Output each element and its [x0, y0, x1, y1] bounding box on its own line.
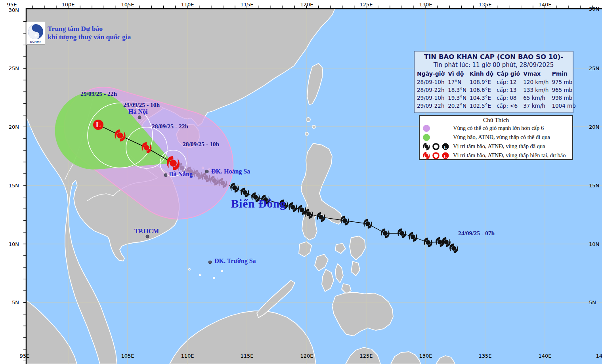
low-pressure-marker: L	[93, 120, 103, 130]
storm-bulletin-box: TIN BAO KHAN CAP (CON BAO SO 10)- Tin ph…	[414, 51, 573, 113]
table-column-header: Vĩ độ	[445, 70, 467, 78]
spratly-islet	[213, 277, 215, 279]
legend-item-icons: L	[420, 151, 453, 160]
bulletin-issued-time: Tin phát lúc: 11 giờ 00 phút, 28/09/2025	[415, 61, 573, 69]
spratly-islet	[199, 274, 201, 276]
city-label: Đà Nẵng	[169, 171, 193, 178]
table-column-header: Ngày-giờ	[415, 70, 445, 78]
axis-label-bottom: 110E	[181, 353, 194, 359]
table-cell: 28/09-22h	[415, 86, 445, 94]
low-glyph: L	[442, 152, 449, 159]
city-label: Hà Nội	[128, 108, 147, 115]
ring-now-icon	[432, 151, 440, 160]
axis-label-bottom: 140E	[538, 353, 551, 359]
legend-box: Chú Thích Vùng có thể có gió mạnh lớn hơ…	[419, 115, 573, 160]
axis-label-top: 140E	[538, 2, 551, 8]
ring-past-icon	[432, 142, 440, 151]
axis-label-bottom: 135E	[478, 353, 491, 359]
svg-text:L: L	[444, 145, 447, 150]
storm-now-icon	[422, 151, 431, 160]
axis-label-bottom: 95E	[20, 353, 30, 359]
table-cell: 20.2°N	[445, 102, 467, 110]
axis-label-top: 120E	[300, 2, 313, 8]
axis-label-left: 30N	[9, 7, 19, 13]
table-column-header: Kinh độ	[467, 70, 494, 78]
table-cell: 106.6°E	[467, 86, 494, 94]
legend-item: LVị trí tâm bão, ATNĐ, vùng thấp đã qua	[420, 142, 572, 151]
axis-label-right: 5N	[589, 299, 596, 305]
bulletin-title: TIN BAO KHAN CAP (CON BAO SO 10)-	[415, 53, 573, 61]
axis-label-right: 25N	[589, 65, 599, 71]
table-row: 29/09-10h19.3°N104.3°Ecấp: 0865 km/h998 …	[415, 94, 577, 102]
table-cell: 998 mb	[549, 94, 576, 102]
axis-label-top: 130E	[419, 2, 432, 8]
table-cell: 65 km/h	[521, 94, 549, 102]
legend-item-label: Vùng bão, ATNĐ, vùng thấp có thể đi qua	[453, 134, 550, 141]
date-label: 29/09/25 - 10h	[123, 101, 160, 109]
city-dot	[164, 173, 167, 177]
axis-label-right: 10N	[589, 241, 599, 247]
table-cell: 108.9°E	[467, 78, 494, 86]
table-cell: 17°N	[445, 78, 467, 86]
city-dot	[146, 235, 149, 238]
axis-label-top: 110E	[181, 2, 194, 8]
table-row: 28/09-22h18.3°N106.6°Ecấp: 13133 km/h965…	[415, 86, 577, 94]
axis-label-top: 100E	[61, 2, 75, 8]
table-header-row: Ngày-giờVĩ độKinh độCấp gióVmaxPmin	[415, 70, 577, 78]
nchmf-logo-emblem: NCHMF	[27, 22, 45, 44]
logo-text: NCHMF	[30, 40, 42, 44]
date-label: 28/09/25 - 22h	[152, 123, 188, 130]
storm-track-map: L NCHMF Trung tâm Dự báo khí tượng thuỷ …	[0, 0, 602, 364]
legend-item-icons	[420, 124, 453, 133]
low-glyph: L	[442, 143, 449, 150]
date-label: 28/09/25 - 10h	[183, 141, 219, 148]
legend-item-icons: L	[420, 142, 453, 151]
city-dot	[205, 170, 208, 173]
svg-text:L: L	[444, 154, 447, 159]
axis-label-right: 20N	[589, 124, 599, 130]
axis-label-top: 135E	[478, 2, 491, 8]
axis-label-bottom: 130E	[419, 353, 432, 359]
table-cell: cấp: 12	[494, 78, 521, 86]
table-column-header: Cấp gió	[494, 70, 521, 78]
city-dot	[138, 116, 141, 119]
legend-item-label: Vùng có thể có gió mạnh lớn hơn cấp 6	[453, 125, 544, 131]
axis-label-bottom: 125E	[359, 353, 373, 359]
spratly-islet	[189, 269, 190, 270]
axis-label-bottom: 120E	[300, 353, 313, 359]
city-label: ĐK. Trường Sa	[214, 257, 256, 265]
axis-label-top: 105E	[121, 2, 134, 8]
axis-label-left: 20N	[9, 124, 19, 130]
city-label: ĐK. Hoàng Sa	[211, 168, 250, 175]
storm-glyph	[423, 152, 430, 159]
axis-label-top: 125E	[359, 2, 373, 8]
table-cell: 965 mb	[549, 86, 576, 94]
axis-label-left: 25N	[9, 65, 19, 71]
legend-item-label: Vị trí tâm bão, ATNĐ, vùng thấp hiện tại…	[453, 152, 566, 159]
agency-title: Trung tâm Dự báo khí tượng thuỷ văn quốc…	[48, 25, 131, 41]
axis-label-left: 5N	[12, 299, 19, 305]
city-label: TP.HCM	[134, 228, 159, 235]
table-cell: cấp: 13	[494, 86, 521, 94]
table-cell: cấp: 08	[494, 94, 521, 102]
table-cell: 133 km/h	[521, 86, 549, 94]
city-dot	[208, 261, 212, 264]
axis-label-bottom: 105E	[121, 353, 134, 359]
table-column-header: Vmax	[521, 70, 549, 78]
storm-data-table: Ngày-giờVĩ độKinh độCấp gióVmaxPmin 28/0…	[415, 70, 577, 110]
axis-label-bottom: 115E	[240, 353, 253, 359]
table-cell: 29/09-22h	[415, 102, 445, 110]
table-cell: 28/09-10h	[415, 78, 445, 86]
svg-text:L: L	[96, 120, 101, 129]
low-past-icon: L	[441, 142, 450, 151]
axis-label-right: 30N	[589, 6, 599, 12]
zone-green-icon	[422, 133, 431, 142]
table-cell: 29/09-10h	[415, 94, 445, 102]
table-column-header: Pmin	[549, 70, 576, 78]
table-cell: 1004 mb	[549, 102, 576, 110]
table-cell: 18.3°N	[445, 86, 467, 94]
table-row: 29/09-22h20.2°N102.5°Ecấp: <637 km/h1004…	[415, 102, 577, 110]
legend-item-icons	[420, 133, 453, 142]
zone-purple-icon	[422, 124, 431, 133]
table-cell: 37 km/h	[521, 102, 549, 110]
